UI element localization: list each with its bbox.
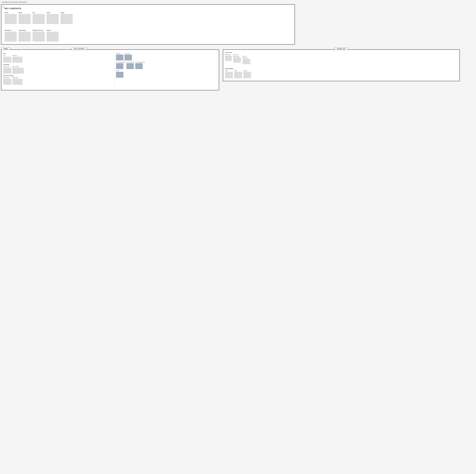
day-name-label: Day Name (242, 57, 250, 58)
habits-obj-item: Habits (234, 70, 242, 78)
week-nav-inner: Intro Title Start date This Week (1, 51, 219, 88)
how-doing-section-label: How You're Doing (3, 75, 113, 76)
go-next-week-item: Go to next week (126, 62, 134, 69)
intro-startdate-label: Start date (12, 55, 22, 56)
settings-obj-box[interactable] (243, 72, 251, 78)
context-item-reflections: Reflections (5, 30, 17, 42)
current-day-label: Current Day (3, 66, 11, 67)
tab-labels-row: WEEK NAV & ACTIONS (1, 48, 219, 50)
context-item-habits: Habits (61, 12, 73, 24)
days-in-week-box[interactable] (12, 68, 24, 74)
intro-title-box[interactable] (3, 57, 11, 63)
global-objects-section: Global Objects Goals Habits Settings (225, 68, 458, 78)
board-canvas: INFORMATION ARCHITECTURE BOARD i KEY CON… (1, 1, 475, 136)
year-name-box[interactable] (225, 56, 232, 61)
go-parent-month-label: Go to parent month (116, 62, 125, 63)
context-label-onboarding: Onboarding (18, 30, 31, 31)
month-name-box[interactable] (233, 57, 241, 63)
intro-startdate-box[interactable] (12, 57, 22, 63)
add-day-label: Add Day (116, 53, 123, 54)
current-day-box[interactable] (3, 68, 11, 74)
habits-obj-box[interactable] (234, 72, 242, 78)
go-to-day-button[interactable] (124, 54, 132, 60)
key-contexts-panel: i KEY CONTEXTS Month Week Day Goals Habi… (1, 4, 295, 45)
habit-metrics-box[interactable] (3, 79, 11, 85)
nav-row-1: Add Day Go to Day (116, 53, 218, 60)
global-nav-tree-row: Year Name Month List Month Name (225, 54, 458, 66)
goals-obj-label: Goals (225, 70, 233, 71)
year-name-label: Year Name (225, 54, 232, 55)
year-name-col: Year Name (225, 54, 232, 61)
context-item-week: Week (18, 12, 31, 24)
context-label-month: Month (5, 12, 17, 14)
go-to-day-item: Go to Day (124, 53, 132, 60)
delete-item: Delete (116, 70, 123, 78)
context-box-month[interactable] (5, 14, 17, 24)
go-next-week-button[interactable] (126, 63, 134, 69)
delete-button[interactable] (116, 72, 123, 78)
context-label-reflections: Reflections (5, 30, 17, 31)
week-nav-panel: WEEK NAV & ACTIONS Intro Title Start dat… (1, 49, 219, 90)
goal-metrics-box[interactable] (12, 79, 22, 85)
context-box-settings[interactable] (33, 32, 45, 42)
month-name-label: Month Name (233, 56, 241, 57)
goals-obj-box[interactable] (225, 72, 233, 78)
key-contexts-heading: KEY CONTEXTS (5, 7, 291, 10)
context-box-search[interactable] (47, 32, 59, 42)
settings-obj-item: Settings (243, 70, 251, 78)
nav-column: Add Day Go to Day Go to parent month (114, 51, 219, 88)
delete-label: Delete (116, 70, 123, 71)
current-year-section-label: Current Year (225, 52, 458, 53)
days-in-week-label: Days in Week (12, 66, 24, 67)
week-tab-label: WEEK (1, 48, 10, 50)
context-box-onboarding[interactable] (18, 32, 31, 42)
board-title: INFORMATION ARCHITECTURE BOARD (1, 1, 28, 3)
context-item-settings: Settings / Account (33, 30, 45, 42)
day-list-col: Day List Day Name (242, 56, 250, 64)
month-list-col: Month List Month Name (233, 54, 250, 65)
day-name-box[interactable] (242, 59, 250, 64)
context-box-reflections[interactable] (5, 32, 17, 42)
this-week-items-row: Current Day Days in Week (3, 66, 113, 74)
context-item-day: Day (33, 12, 45, 24)
context-grid: Month Week Day Goals Habits (5, 12, 291, 42)
habits-obj-label: Habits (234, 70, 242, 71)
context-label-goals: Goals (47, 12, 59, 14)
context-item-month: Month (5, 12, 17, 24)
intro-items-row: Title Start date (3, 55, 113, 63)
bottom-section: WEEK NAV & ACTIONS Intro Title Start dat… (1, 49, 475, 90)
habit-metrics-label: Habit Metrics (3, 77, 11, 78)
context-box-habits[interactable] (61, 14, 73, 24)
context-label-habits: Habits (61, 12, 73, 14)
this-week-section-label: This Week (3, 64, 113, 65)
days-in-week-item: Days in Week (12, 66, 24, 74)
add-day-button[interactable] (116, 54, 123, 60)
how-doing-items-row: Habit Metrics Goal Metrics (3, 77, 113, 85)
go-prev-week-item: Go to previous week (135, 62, 145, 69)
global-nav-tab-label: GLOBAL NAV (334, 48, 348, 50)
intro-startdate-item: Start date (12, 55, 22, 63)
context-label-settings: Settings / Account (33, 30, 45, 31)
context-box-week[interactable] (18, 14, 31, 24)
go-prev-week-label: Go to previous week (135, 62, 145, 63)
context-box-goals[interactable] (47, 14, 59, 24)
context-label-week: Week (18, 12, 31, 14)
goal-metrics-label: Goal Metrics (12, 77, 22, 78)
day-name-col: Day Name (242, 57, 250, 64)
go-to-day-label: Go to Day (124, 53, 132, 54)
nav-row-2: Go to parent month Go to next week Go to… (116, 62, 218, 69)
habit-metrics-item: Habit Metrics (3, 77, 11, 85)
context-box-day[interactable] (33, 14, 45, 24)
global-objects-row: Goals Habits Settings (225, 70, 458, 78)
go-prev-week-button[interactable] (135, 63, 143, 69)
go-parent-month-button[interactable] (116, 63, 123, 69)
go-parent-month-item: Go to parent month (116, 62, 125, 69)
go-next-week-label: Go to next week (126, 62, 134, 63)
context-label-search: Search (47, 30, 59, 31)
nav-row-3: Delete (116, 70, 218, 78)
settings-obj-label: Settings (243, 70, 251, 71)
week-column: Intro Title Start date This Week (1, 51, 114, 88)
context-item-onboarding: Onboarding (18, 30, 31, 42)
num-badge: i (2, 6, 4, 8)
global-nav-panel: GLOBAL NAV Current Year Year Name Month … (223, 49, 460, 81)
